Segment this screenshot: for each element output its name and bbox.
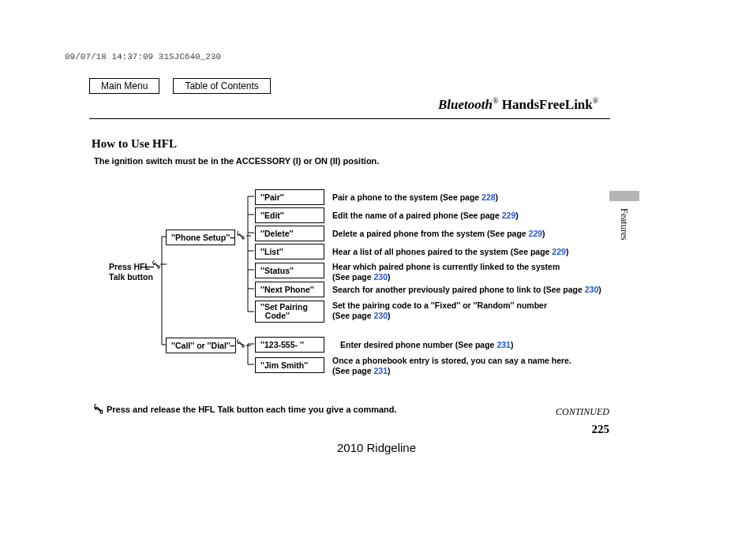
continued-label: CONTINUED [556,406,609,418]
section-title: How to Use HFL [92,137,177,151]
cmd-phone-setup: ''Phone Setup'' [166,230,235,245]
divider [89,118,610,119]
side-tab-label: Features [618,208,630,241]
title-hfl: HandsFreeLink [499,97,593,112]
nav-buttons: Main Menu Table of Contents [89,78,271,94]
desc-set-pairing-code: Set the pairing code to a ''Fixed'' or '… [332,301,547,320]
title-bluetooth: Bluetooth [438,97,493,112]
desc-edit: Edit the name of a paired phone (See pag… [332,211,519,221]
vehicle-label: 2010 Ridgeline [0,441,753,454]
main-menu-button[interactable]: Main Menu [89,78,159,94]
side-tab-marker [609,191,639,201]
reg-mark-2: ® [593,96,599,105]
desc-pair: Pair a phone to the system (See page 228… [332,192,498,203]
connector-dash: – [230,340,235,351]
page-link[interactable]: 229 [502,211,516,220]
cmd-dial-number: ''123-555- '' [255,337,324,353]
cmd-set-pairing-code: ''Set Pairing Code'' [255,301,324,323]
page-link[interactable]: 229 [529,229,543,238]
desc-dial-number: Enter desired phone number (See page 231… [340,340,513,350]
reg-mark: ® [493,96,499,105]
desc-jim-smith: Once a phonebook entry is stored, you ca… [332,356,571,375]
page-link[interactable]: 230 [374,311,388,320]
page-link[interactable]: 228 [481,192,496,202]
footnote: Press and release the HFL Talk button ea… [107,405,397,414]
ignition-note: The ignition switch must be in the ACCES… [94,156,379,166]
talk-icon [93,403,103,413]
page-number: 225 [592,423,610,436]
page-link[interactable]: 230 [585,285,599,294]
cmd-list: ''List'' [255,244,324,259]
page-link[interactable]: 229 [552,247,566,256]
cmd-edit: ''Edit'' [255,207,324,223]
desc-status: Hear which paired phone is currently lin… [332,262,560,282]
page-link[interactable]: 231 [374,366,388,375]
talk-icon [236,338,245,348]
cmd-next-phone: ''Next Phone'' [255,282,324,297]
cmd-delete: ''Delete'' [255,226,324,241]
cmd-call-dial: ''Call'' or ''Dial'' [166,338,236,353]
page-link[interactable]: 231 [496,340,511,349]
cmd-status: ''Status'' [255,263,324,278]
connector-dash: – [230,232,235,243]
desc-next-phone: Search for another previously paired pho… [332,285,601,295]
cmd-jim-smith: ''Jim Smith'' [255,357,324,373]
cmd-pair: ''Pair'' [255,189,324,205]
desc-delete: Delete a paired phone from the system (S… [332,229,545,239]
talk-icon [236,230,245,240]
toc-button[interactable]: Table of Contents [173,78,270,94]
page-link[interactable]: 230 [374,272,388,282]
timestamp: 09/07/18 14:37:09 31SJC640_230 [65,52,221,62]
hfl-diagram: Press HFLTalk button — ''Phone Setup'' –… [95,186,616,383]
page-title: Bluetooth® HandsFreeLink® [438,96,598,113]
desc-list: Hear a list of all phones paired to the … [332,247,568,257]
